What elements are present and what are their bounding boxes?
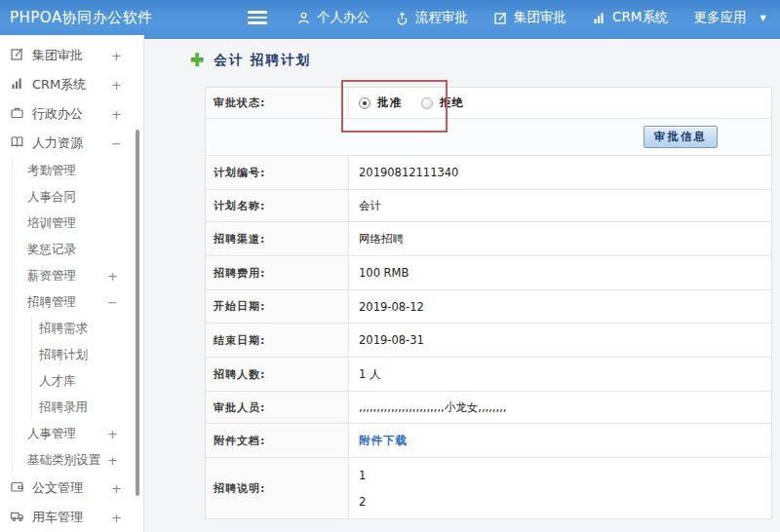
table-row-start-date: 开始日期: 2019-08-12 [206,290,771,323]
expand-toggle[interactable]: + [111,78,122,93]
expand-toggle[interactable]: + [111,107,122,122]
main-content: ✚ 会计 招聘计划 审批状态: 批准 拒绝 审批信息 计划编号: [144,35,780,532]
app-title: PHPOA协同办公软件 [10,9,191,27]
table-row-description: 招聘说明: 1 2 [206,458,771,519]
approval-info-button[interactable]: 审批信息 [644,126,718,148]
expand-toggle[interactable]: + [111,481,122,496]
bar-chart-icon [10,76,32,94]
sidebar-item-base-category[interactable]: 基础类别设置+ [13,447,143,474]
process-approval-icon [395,11,410,25]
hamburger-menu-icon[interactable] [248,11,267,24]
sidebar-item-admin-office[interactable]: 行政办公 + [0,99,143,129]
sidebar-item-salary[interactable]: 薪资管理+ [13,263,143,289]
nav-personal-office[interactable]: 个人办公 [296,9,370,26]
expand-toggle[interactable]: + [111,49,122,63]
sidebar-item-rewards[interactable]: 奖惩记录 [13,237,143,263]
sidebar-item-talent-pool[interactable]: 人才库 [32,368,143,395]
approval-radio-cell: 批准 拒绝 [349,88,771,118]
sidebar-item-hr[interactable]: 人力资源 − [0,129,143,158]
sidebar-item-recruit-hire[interactable]: 招聘录用 [32,395,143,421]
attachment-download-link[interactable]: 附件下载 [359,434,408,448]
sidebar-item-personnel[interactable]: 人事管理+ [13,421,143,447]
page-title: 会计 招聘计划 [214,52,311,69]
nav-group-approval[interactable]: 集团审批 [493,9,566,26]
crm-chart-icon [592,11,606,25]
document-icon [10,479,32,497]
radio-button-icon[interactable] [359,97,370,109]
expand-toggle[interactable]: + [107,269,118,284]
radio-reject[interactable]: 拒绝 [421,95,464,110]
green-plus-icon: ✚ [190,53,204,69]
expand-toggle[interactable]: + [107,427,118,441]
sidebar-item-attendance[interactable]: 考勤管理 [13,158,143,184]
truck-icon [10,509,32,526]
table-row-approval-status: 审批状态: 批准 拒绝 [206,88,771,119]
table-row-approvers: 审批人员: ,,,,,,,,,,,,,,,,,,,,,,,,小龙女,,,,,,,… [206,392,771,424]
sidebar-item-vehicle[interactable]: 用车管理 + [0,503,143,532]
sidebar-item-crm[interactable]: CRM系统 + [0,70,143,99]
hr-submenu: 考勤管理 人事合同 培训管理 奖惩记录 薪资管理+ 招聘管理− 招聘需求 招聘计… [12,158,143,474]
top-bar: PHPOA协同办公软件 个人办公 流程审批 集团审批 CRM系统 更多应用 ▼ [0,0,780,35]
recruitment-submenu: 招聘需求 招聘计划 人才库 招聘录用 [31,316,143,421]
table-row-recruit-cost: 招聘费用: 100 RMB [206,256,771,290]
sidebar-item-recruit-plan[interactable]: 招聘计划 [32,342,143,368]
table-row-end-date: 结束日期: 2019-08-31 [206,323,771,358]
group-approval-icon [493,11,508,25]
sidebar-item-hr-contract[interactable]: 人事合同 [13,184,143,210]
sidebar-item-training[interactable]: 培训管理 [13,210,143,237]
person-icon [296,11,311,25]
book-icon [10,134,32,152]
edit-square-icon [10,47,32,64]
radio-button-icon[interactable] [421,97,433,109]
briefcase-icon [10,105,32,123]
nav-crm-system[interactable]: CRM系统 [592,9,668,26]
table-row-plan-name: 计划名称: 会计 [206,190,771,222]
radio-approve[interactable]: 批准 [359,95,402,110]
caret-down-icon: ▼ [760,14,765,22]
table-row-headcount: 招聘人数: 1 人 [206,358,771,392]
top-nav: 个人办公 流程审批 集团审批 CRM系统 更多应用 ▼ [296,9,766,26]
sidebar-item-recruitment[interactable]: 招聘管理− [13,289,143,316]
collapse-toggle[interactable]: − [107,295,118,310]
collapse-toggle[interactable]: − [111,136,122,151]
detail-table: 审批状态: 批准 拒绝 审批信息 计划编号: 20190812111340 计划… [205,87,772,519]
sidebar-item-recruit-demand[interactable]: 招聘需求 [32,316,143,342]
nav-more-apps[interactable]: 更多应用 ▼ [693,9,765,26]
nav-process-approval[interactable]: 流程审批 [395,9,468,26]
table-row-recruit-channel: 招聘渠道: 网络招聘 [206,222,771,256]
table-row-approval-action: 审批信息 [206,119,771,156]
expand-toggle[interactable]: + [107,453,118,468]
description-value: 1 2 [349,458,771,518]
field-label: 审批状态: [206,88,349,118]
table-row-attachment: 附件文档: 附件下载 [206,424,771,458]
table-row-plan-number: 计划编号: 20190812111340 [206,156,771,190]
expand-toggle[interactable]: + [111,511,122,525]
sidebar-item-group-approval[interactable]: 集团审批 + [0,41,143,70]
sidebar-nav: 集团审批 + CRM系统 + 行政办公 + 人力资源 − 考勤管理 人事合同 培… [0,35,144,532]
sidebar-scrollbar[interactable] [136,130,139,496]
page-header: ✚ 会计 招聘计划 [190,52,311,69]
sidebar-item-documents[interactable]: 公文管理 + [0,474,143,503]
